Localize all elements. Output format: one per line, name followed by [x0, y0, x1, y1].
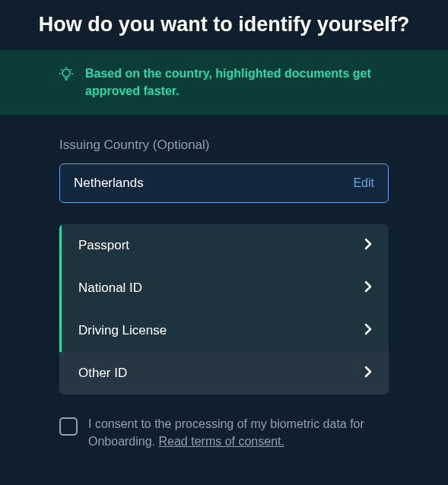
- svg-line-4: [61, 69, 62, 71]
- document-option-passport[interactable]: Passport: [59, 224, 389, 267]
- document-option-driving-license[interactable]: Driving License: [59, 309, 389, 352]
- chevron-right-icon: [364, 281, 372, 296]
- page-header: How do you want to identify yourself?: [0, 0, 448, 50]
- main-content: Issuing Country (Optional) Netherlands E…: [0, 115, 448, 465]
- svg-line-5: [71, 69, 72, 71]
- country-value: Netherlands: [74, 176, 144, 191]
- document-label: Driving License: [78, 323, 167, 338]
- consent-checkbox[interactable]: [59, 417, 78, 436]
- svg-point-0: [62, 69, 70, 77]
- chevron-right-icon: [364, 238, 372, 253]
- country-selector[interactable]: Netherlands Edit: [59, 163, 389, 203]
- document-label: Passport: [78, 238, 129, 253]
- document-option-other-id[interactable]: Other ID: [59, 352, 389, 395]
- chevron-right-icon: [364, 323, 372, 338]
- edit-link[interactable]: Edit: [353, 176, 374, 190]
- consent-row: I consent to the processing of my biomet…: [59, 416, 389, 450]
- documents-list: Passport National ID Driving License: [59, 224, 389, 395]
- document-label: National ID: [78, 281, 142, 296]
- info-banner-text: Based on the country, highlighted docume…: [85, 65, 425, 100]
- country-label: Issuing Country (Optional): [59, 138, 389, 153]
- info-banner: Based on the country, highlighted docume…: [0, 50, 448, 115]
- chevron-right-icon: [364, 366, 372, 381]
- lightbulb-icon: [59, 67, 73, 85]
- page-title: How do you want to identify yourself?: [30, 11, 418, 38]
- document-label: Other ID: [78, 366, 127, 381]
- document-option-national-id[interactable]: National ID: [59, 267, 389, 309]
- terms-link[interactable]: Read terms of consent.: [159, 435, 284, 448]
- consent-text: I consent to the processing of my biomet…: [88, 416, 389, 450]
